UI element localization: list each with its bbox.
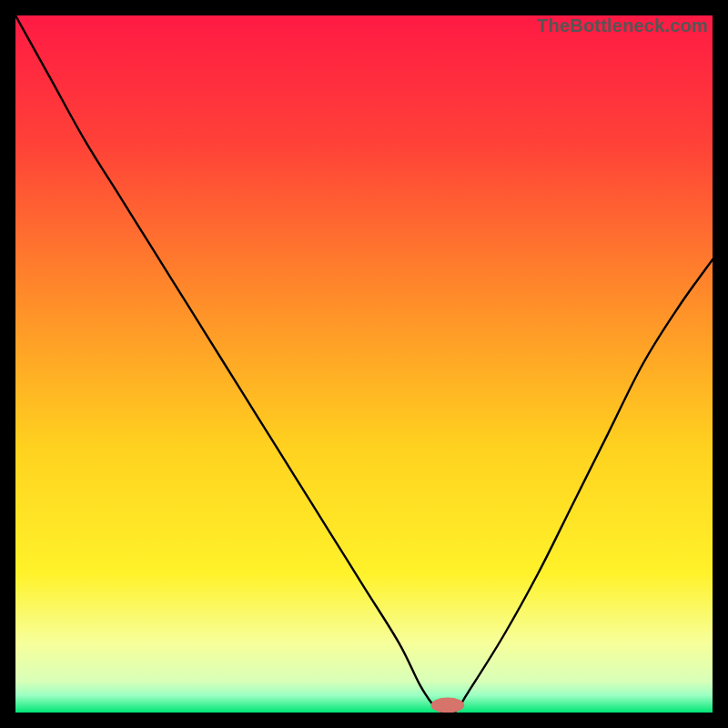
optimal-point-marker [431,698,465,713]
bottleneck-chart [15,15,713,713]
chart-frame: TheBottleneck.com [0,0,728,728]
watermark-text: TheBottleneck.com [537,15,708,36]
gradient-background [15,15,713,713]
plot-area: TheBottleneck.com [15,15,713,713]
